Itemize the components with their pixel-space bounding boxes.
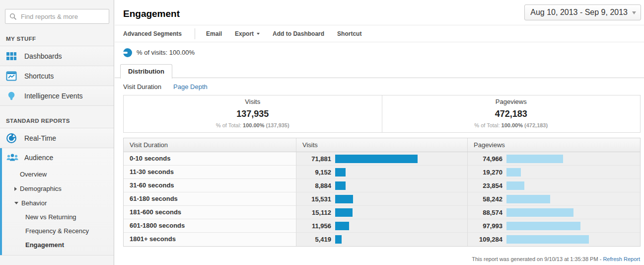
sidebar-item-shortcuts[interactable]: Shortcuts	[0, 66, 114, 86]
date-range-label: Aug 10, 2013 - Sep 9, 2013	[530, 8, 628, 16]
pageviews-value: 97,993	[468, 222, 502, 230]
section-title-my-stuff: MY STUFF	[6, 36, 114, 42]
toolbar-divider	[195, 28, 195, 39]
pageviews-bar	[506, 168, 521, 177]
sidebar-item-new-vs-returning[interactable]: New vs Returning	[0, 210, 114, 224]
dashboards-icon	[6, 51, 19, 62]
total-value: (472,183)	[524, 122, 548, 128]
audience-icon	[6, 152, 19, 163]
real-time-icon	[6, 133, 19, 144]
pageviews-value: 23,854	[468, 182, 502, 189]
search-input[interactable]	[5, 9, 109, 24]
report-footer: This report was generated on 9/10/13 at …	[472, 256, 640, 262]
subtab-bar: Visit Duration Page Depth	[115, 78, 644, 95]
advanced-segments-button[interactable]: Advanced Segments	[123, 30, 182, 37]
sidebar-item-label: Dashboards	[24, 52, 62, 60]
table-row: 1801+ seconds5,419109,284	[124, 233, 640, 246]
subtab-visit-duration[interactable]: Visit Duration	[123, 83, 161, 90]
column-header-visits[interactable]: Visits	[296, 138, 467, 152]
visits-cell: 71,881	[296, 152, 467, 166]
visits-bar	[335, 222, 349, 230]
add-to-dashboard-button[interactable]: Add to Dashboard	[273, 30, 324, 37]
visits-cell: 11,956	[296, 219, 467, 233]
sidebar-item-engagement[interactable]: Engagement	[0, 238, 114, 252]
section-title-standard-reports: STANDARD REPORTS	[6, 118, 114, 124]
export-button[interactable]: Export	[235, 30, 260, 37]
row-label: 181-600 seconds	[124, 206, 296, 219]
sub-item-label: Overview	[20, 167, 47, 181]
sidebar-item-frequency-recency[interactable]: Frequency & Recency	[0, 224, 114, 238]
visits-value: 15,531	[296, 195, 331, 203]
sub-item-label: Behavior	[21, 196, 47, 210]
row-label: 11-30 seconds	[124, 166, 296, 179]
column-header-visit-duration[interactable]: Visit Duration	[124, 138, 296, 152]
table-header: Visit Duration Visits Pageviews	[124, 138, 640, 152]
sidebar-item-real-time[interactable]: Real-Time	[0, 128, 114, 148]
pageviews-bar	[506, 181, 524, 190]
sidebar-item-label: Shortcuts	[24, 72, 54, 80]
pageviews-cell: 58,242	[467, 192, 640, 206]
pageviews-summary-pct: % of Total: 100.00% (472,183)	[382, 122, 641, 128]
pageviews-summary: Pageviews 472,183 % of Total: 100.00% (4…	[382, 95, 641, 132]
visits-value: 11,956	[296, 222, 331, 230]
sidebar-item-demographics[interactable]: Demographics	[0, 181, 114, 196]
email-button[interactable]: Email	[206, 30, 222, 37]
sidebar-item-intelligence-events[interactable]: Intelligence Events	[0, 86, 114, 106]
refresh-report-link[interactable]: Refresh Report	[603, 256, 640, 262]
generated-timestamp: This report was generated on 9/10/13 at …	[472, 256, 601, 262]
pageviews-value: 74,966	[468, 155, 502, 163]
audience-section: Audience Overview Demographics Behavior …	[0, 148, 114, 256]
chevron-down-icon	[632, 11, 636, 14]
visits-value: 8,884	[296, 182, 331, 189]
visits-cell: 5,419	[296, 233, 467, 246]
shortcuts-icon	[6, 71, 19, 82]
visits-summary-label: Visits	[124, 98, 382, 105]
main-content: Engagement Aug 10, 2013 - Sep 9, 2013 Ad…	[115, 0, 644, 265]
visits-bar	[335, 208, 353, 217]
visits-value: 9,152	[296, 169, 331, 176]
pageviews-bar	[506, 208, 573, 217]
table-row: 31-60 seconds8,88423,854	[124, 179, 640, 192]
lightbulb-icon	[6, 90, 19, 101]
pageviews-value: 19,270	[468, 169, 502, 176]
subtab-page-depth[interactable]: Page Depth	[173, 83, 208, 90]
table-row: 601-1800 seconds11,95697,993	[124, 219, 640, 233]
visits-value: 71,881	[296, 155, 331, 163]
pageviews-cell: 97,993	[467, 219, 640, 233]
sidebar: MY STUFF Dashboards Short	[0, 0, 114, 265]
visits-summary-value: 137,935	[124, 109, 382, 119]
shortcut-button[interactable]: Shortcut	[337, 30, 361, 37]
pct-of-total-label: % of Total:	[216, 122, 241, 128]
row-label: 61-180 seconds	[124, 192, 296, 206]
tab-distribution[interactable]: Distribution	[120, 64, 172, 79]
column-header-pageviews[interactable]: Pageviews	[467, 138, 640, 152]
sidebar-item-audience[interactable]: Audience	[0, 148, 114, 167]
visits-bar	[335, 181, 346, 190]
visits-cell: 15,531	[296, 192, 467, 206]
page-title: Engagement	[123, 8, 180, 19]
pageviews-cell: 23,854	[467, 179, 640, 192]
sidebar-item-label: Audience	[24, 154, 53, 162]
expanded-caret-icon	[14, 202, 18, 204]
distribution-table: Visit Duration Visits Pageviews 0-10 sec…	[123, 138, 641, 247]
visits-bar	[335, 155, 418, 163]
search-icon	[9, 13, 17, 22]
sidebar-item-label: Real-Time	[24, 134, 56, 142]
visits-value: 15,112	[296, 209, 331, 216]
report-toolbar: Advanced Segments Email Export Add to Da…	[115, 25, 644, 42]
sidebar-item-dashboards[interactable]: Dashboards	[0, 46, 114, 66]
summary-scorecard: Visits 137,935 % of Total: 100.00% (137,…	[123, 95, 641, 133]
table-row: 0-10 seconds71,88174,966	[124, 152, 640, 166]
row-label: 0-10 seconds	[124, 152, 296, 166]
visits-cell: 9,152	[296, 166, 467, 179]
pct-value: 100.00%	[501, 122, 523, 128]
sub-item-label: Engagement	[25, 238, 64, 252]
sidebar-item-overview[interactable]: Overview	[0, 167, 114, 181]
segment-indicator: % of visits: 100.00%	[115, 42, 644, 63]
visits-cell: 15,112	[296, 206, 467, 219]
visits-value: 5,419	[296, 236, 331, 243]
sidebar-item-behavior[interactable]: Behavior	[0, 196, 114, 210]
sidebar-item-label: Intelligence Events	[24, 92, 83, 100]
date-range-selector[interactable]: Aug 10, 2013 - Sep 9, 2013	[524, 4, 641, 20]
table-row: 61-180 seconds15,53158,242	[124, 192, 640, 206]
